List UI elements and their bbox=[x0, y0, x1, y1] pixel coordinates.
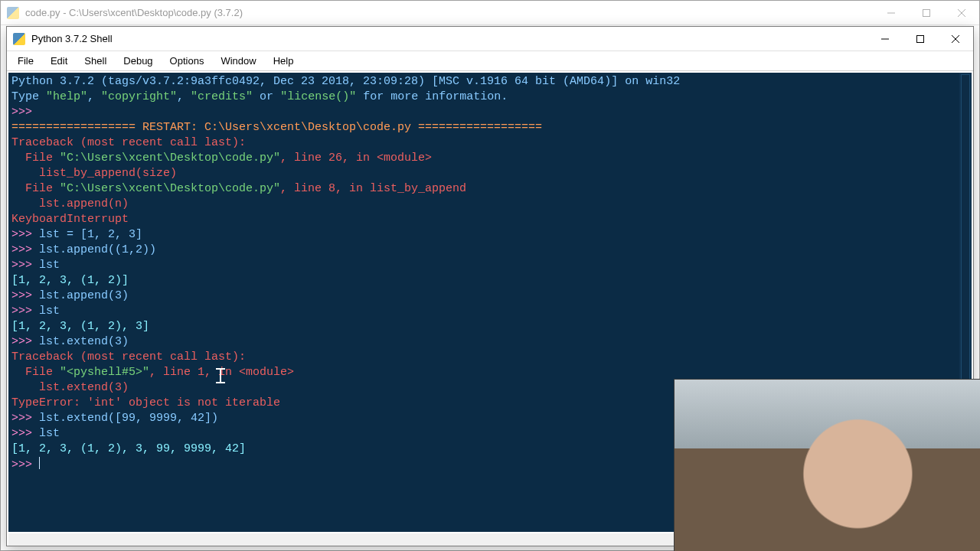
shell-line: >>> lst bbox=[11, 305, 60, 318]
idle-titlebar[interactable]: Python 3.7.2 Shell bbox=[7, 27, 973, 51]
shell-output-line: [1, 2, 3, (1, 2), 3, 99, 9999, 42] bbox=[11, 442, 246, 455]
menu-edit[interactable]: Edit bbox=[43, 53, 75, 69]
shell-line: >>> lst bbox=[11, 259, 60, 272]
traceback-line: File "C:\Users\xcent\Desktop\code.py", l… bbox=[11, 182, 466, 195]
prompt: >>> bbox=[11, 106, 39, 119]
menu-shell[interactable]: Shell bbox=[77, 53, 114, 69]
shell-line: Type "help", "copyright", "credits" or "… bbox=[11, 90, 508, 103]
python-icon bbox=[7, 7, 19, 19]
menu-options[interactable]: Options bbox=[162, 53, 212, 69]
traceback-line: list_by_append(size) bbox=[11, 167, 177, 180]
webcam-overlay bbox=[674, 379, 980, 551]
traceback-line: lst.append(n) bbox=[11, 197, 129, 210]
menu-window[interactable]: Window bbox=[213, 53, 263, 69]
shell-line: Python 3.7.2 (tags/v3.7.2:9a3ffc0492, De… bbox=[11, 75, 680, 88]
traceback-line: KeyboardInterrupt bbox=[11, 213, 129, 226]
traceback-line: TypeError: 'int' object is not iterable bbox=[11, 396, 280, 409]
minimize-button[interactable] bbox=[867, 27, 903, 51]
minimize-button[interactable] bbox=[874, 1, 909, 24]
menu-help[interactable]: Help bbox=[266, 53, 302, 69]
shell-output-line: [1, 2, 3, (1, 2), 3] bbox=[11, 320, 149, 333]
text-cursor-caret bbox=[39, 457, 40, 469]
svg-rect-1 bbox=[923, 9, 930, 16]
traceback-line: lst.extend(3) bbox=[11, 381, 129, 394]
traceback-line: File "C:\Users\xcent\Desktop\code.py", l… bbox=[11, 152, 432, 165]
shell-line: >>> lst.extend([99, 9999, 42]) bbox=[11, 412, 218, 425]
shell-line: >>> lst.extend(3) bbox=[11, 335, 129, 348]
close-button[interactable] bbox=[944, 1, 979, 24]
shell-line: >>> lst bbox=[11, 427, 60, 440]
maximize-button[interactable] bbox=[909, 1, 944, 24]
shell-line: >>> lst.append((1,2)) bbox=[11, 243, 156, 256]
maximize-button[interactable] bbox=[903, 27, 938, 51]
background-title: code.py - C:\Users\xcent\Desktop\code.py… bbox=[25, 7, 874, 18]
restart-line: ================== RESTART: C:\Users\xce… bbox=[11, 121, 542, 134]
shell-line: >>> bbox=[11, 458, 40, 471]
idle-window-controls bbox=[867, 27, 973, 51]
background-window-controls bbox=[874, 1, 979, 24]
python-icon bbox=[13, 33, 25, 45]
shell-output-line: [1, 2, 3, (1, 2)] bbox=[11, 274, 129, 287]
traceback-line: File "<pyshell#5>", line 1, in <module> bbox=[11, 366, 294, 379]
menu-debug[interactable]: Debug bbox=[116, 53, 160, 69]
menu-bar: File Edit Shell Debug Options Window Hel… bbox=[7, 51, 973, 71]
traceback-line: Traceback (most recent call last): bbox=[11, 136, 246, 149]
svg-rect-5 bbox=[917, 35, 924, 42]
idle-title: Python 3.7.2 Shell bbox=[31, 33, 867, 44]
shell-line: >>> lst = [1, 2, 3] bbox=[11, 228, 142, 241]
menu-file[interactable]: File bbox=[10, 53, 41, 69]
traceback-line: Traceback (most recent call last): bbox=[11, 350, 246, 364]
shell-line: >>> lst.append(3) bbox=[11, 289, 129, 302]
close-button[interactable] bbox=[938, 27, 973, 51]
background-titlebar: code.py - C:\Users\xcent\Desktop\code.py… bbox=[1, 1, 979, 25]
